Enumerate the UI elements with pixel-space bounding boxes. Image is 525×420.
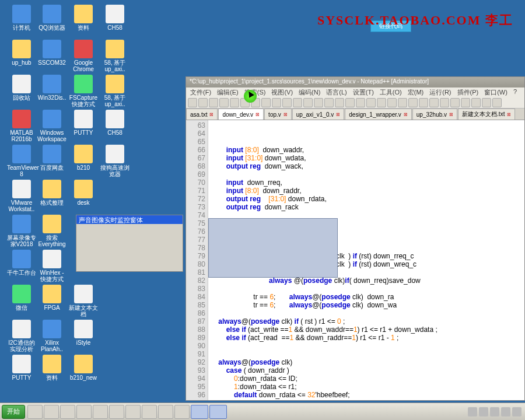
desktop-icon[interactable]: SSCOM32	[37, 40, 66, 66]
toolbar-button[interactable]	[408, 98, 418, 107]
desktop-icon[interactable]: b210_new	[69, 355, 98, 381]
tab-close-icon[interactable]: ⊠	[284, 112, 288, 117]
taskbar-item[interactable]	[191, 405, 208, 419]
toolbar-button[interactable]	[303, 98, 313, 107]
npp-tabs[interactable]: asa.txt⊠down_dev.v⊠top.v⊠up_axi_v1_0.v⊠d…	[186, 108, 524, 120]
taskbar-item[interactable]	[209, 405, 227, 419]
toolbar-button[interactable]	[440, 98, 449, 107]
toolbar-button[interactable]	[387, 98, 397, 107]
desktop-icon[interactable]: b210	[69, 145, 98, 171]
menu-item[interactable]: 宏(M)	[406, 88, 426, 97]
editor-tab[interactable]: asa.txt⊠	[186, 108, 218, 120]
menu-item[interactable]: 文件(F)	[188, 88, 213, 97]
toolbar-button[interactable]	[209, 98, 218, 107]
taskbar-item[interactable]	[44, 405, 59, 419]
code-line[interactable]: default down_rdata <= 32'hbeefbeef;	[211, 391, 522, 399]
menu-item[interactable]: 编辑(E)	[215, 88, 240, 97]
code-line[interactable]: else if (act_read ==1 && down_raddr==1) …	[211, 334, 522, 342]
tray-icon[interactable]	[479, 407, 488, 416]
editor-tab[interactable]: design_1_wrapper.v⊠	[345, 108, 412, 120]
toolbar-button[interactable]	[293, 98, 302, 107]
desktop-icon[interactable]: 58, 基于up_axi..	[100, 75, 130, 107]
toolbar-button[interactable]	[261, 98, 271, 107]
taskbar-item[interactable]	[27, 405, 43, 419]
desktop-icon[interactable]: FSCapture 快捷方式	[69, 75, 98, 107]
tray-icon[interactable]	[468, 407, 477, 416]
toolbar-button[interactable]	[398, 98, 407, 107]
desktop-icon[interactable]: TeamViewer 8	[7, 145, 36, 177]
menu-item[interactable]: ?	[512, 88, 519, 97]
desktop-icon[interactable]: 搜狗高速浏览器	[100, 145, 130, 177]
tab-close-icon[interactable]: ⊠	[256, 112, 260, 117]
taskbar-item[interactable]	[109, 405, 124, 419]
desktop-icon[interactable]: 资料	[69, 5, 98, 31]
desktop-icon[interactable]: desk	[69, 180, 98, 206]
desktop-icon[interactable]: Xilinx PlanAh..	[37, 320, 66, 352]
taskbar-item[interactable]	[60, 405, 75, 419]
taskbar[interactable]: 开始	[0, 402, 525, 420]
toolbar-button[interactable]	[461, 98, 470, 107]
toolbar-button[interactable]	[450, 98, 460, 107]
system-tray[interactable]	[468, 407, 525, 416]
toolbar-button[interactable]	[335, 98, 344, 107]
code-line[interactable]: input down_rreq,	[211, 178, 522, 187]
toolbar-button[interactable]	[419, 98, 428, 107]
taskbar-item[interactable]	[76, 405, 92, 419]
toolbar-button[interactable]	[482, 98, 491, 107]
editor-tab[interactable]: up_32hub.v⊠	[412, 108, 457, 120]
notepadpp-window[interactable]: *C:\up_hub\project_1\project_1.srcs\sour…	[186, 76, 525, 401]
desktop-icon[interactable]: 资料	[37, 355, 66, 381]
code-line[interactable]: input [8:0] down_waddr,	[211, 146, 522, 154]
menu-item[interactable]: 窗口(W)	[482, 88, 509, 97]
code-line[interactable]: always@(posedge clk)	[211, 358, 522, 366]
code-line[interactable]: 1:down_rdata <= r1;	[211, 383, 522, 391]
desktop-icon[interactable]: I2C通信的实现分析	[7, 320, 36, 352]
desktop-icon[interactable]: MATLAB R2016b	[7, 110, 36, 142]
toolbar-button[interactable]	[230, 98, 239, 107]
desktop-icon[interactable]: QQ浏览器	[37, 5, 66, 31]
desktop-icon[interactable]: 计算机	[7, 5, 36, 31]
tray-icon[interactable]	[501, 407, 510, 416]
code-line[interactable]: tr == 6; always@(posedge clk) down_ra	[211, 293, 522, 301]
code-line[interactable]: always@(posedge clk) if ( rst ) r1 <= 0 …	[211, 317, 522, 326]
tab-close-icon[interactable]: ⊠	[336, 112, 340, 117]
code-line[interactable]	[211, 285, 522, 293]
desktop-icon[interactable]: 千牛工作台	[7, 250, 36, 276]
tab-close-icon[interactable]: ⊠	[507, 112, 511, 117]
taskbar-item[interactable]	[93, 405, 108, 419]
toolbar-button[interactable]	[366, 98, 376, 107]
code-line[interactable]: case ( down_raddr )	[211, 366, 522, 374]
code-line[interactable]: output reg [31:0] down_rdata,	[211, 195, 522, 203]
taskbar-item[interactable]	[158, 405, 173, 419]
desktop-icon[interactable]: iStyle	[69, 320, 98, 346]
desktop-icon[interactable]: 回收站	[7, 75, 36, 101]
editor-tab[interactable]: 新建文本文档.txt⊠	[458, 108, 515, 120]
desktop-icon[interactable]: Google Chrome	[69, 40, 98, 72]
code-line[interactable]	[211, 309, 522, 317]
desktop-icon[interactable]: CH58	[100, 110, 130, 136]
toolbar-button[interactable]	[356, 98, 365, 107]
menu-item[interactable]: 插件(P)	[456, 88, 481, 97]
toolbar-button[interactable]	[429, 98, 439, 107]
desktop-icon[interactable]: 搜索 Everything	[37, 215, 66, 247]
desktop-icon[interactable]: PUTTY	[69, 110, 98, 136]
toolbar-button[interactable]	[324, 98, 334, 107]
toolbar-button[interactable]	[377, 98, 386, 107]
toolbar-button[interactable]	[345, 98, 355, 107]
npp-toolbar[interactable]	[186, 97, 524, 108]
menu-item[interactable]: 视图(V)	[270, 88, 295, 97]
toolbar-button[interactable]	[219, 98, 229, 107]
desktop-icon[interactable]: 百度网盘	[37, 145, 66, 171]
tray-icon[interactable]	[512, 407, 522, 416]
editor-tab[interactable]: top.v⊠	[264, 108, 292, 120]
taskbar-item[interactable]	[125, 405, 141, 419]
desktop-icon[interactable]: CH58	[100, 5, 130, 31]
desktop-icon[interactable]: 格式整理	[37, 180, 66, 206]
desktop-icon[interactable]: PUTTY	[7, 355, 36, 381]
desktop-icon[interactable]: Win32Dis..	[37, 75, 66, 101]
desktop-icon[interactable]: VMware Workstat..	[7, 180, 36, 212]
code-line[interactable]	[211, 342, 522, 350]
code-line[interactable]: input [8:0] down_raddr,	[211, 187, 522, 195]
code-area[interactable]: input [8:0] down_waddr, input [31:0] dow…	[208, 120, 524, 400]
desktop-icon[interactable]: up_hub	[7, 40, 36, 66]
